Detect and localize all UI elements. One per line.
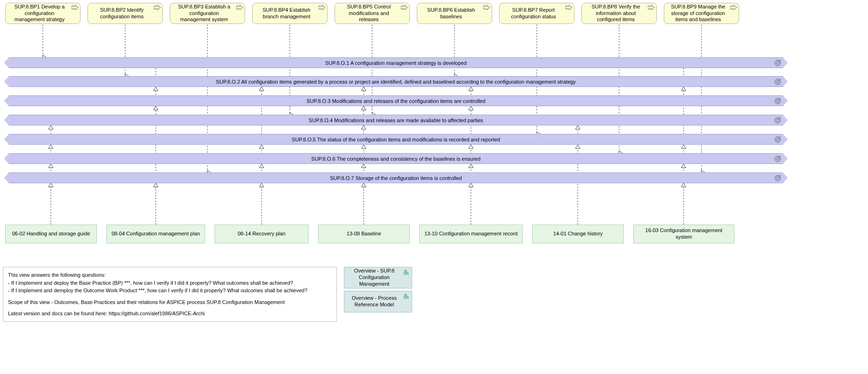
target-icon (774, 136, 781, 143)
arrow-right-icon (565, 5, 572, 10)
outcome-label: SUP.8.O.3 Modifications and releases of … (306, 98, 485, 104)
bp-label: SUP.8.BP7 Report configuration status (503, 7, 564, 20)
note-line: Scope of this view - Outcomes, Base Prac… (8, 298, 332, 306)
arrow-right-icon (72, 5, 78, 10)
wp-label: 08-04 Configuration management plan (111, 231, 200, 237)
target-icon (774, 117, 781, 124)
note-line: Latest version and docs can be found her… (8, 310, 332, 318)
outcome-bar-4[interactable]: SUP.8.O.4 Modifications and releases are… (4, 115, 788, 125)
arrow-right-icon (730, 5, 737, 10)
wp-box-4[interactable]: 13-08 Baseline (318, 225, 410, 243)
wp-box-2[interactable]: 08-04 Configuration management plan (106, 225, 205, 243)
overview-link-1[interactable]: Overview - SUP.8 Configuration Managemen… (344, 267, 412, 288)
bp-box-7[interactable]: SUP.8.BP7 Report configuration status (499, 3, 574, 24)
bp-box-9[interactable]: SUP.8.BP9 Manage the storage of configur… (664, 3, 739, 24)
target-icon (774, 59, 781, 67)
outcome-bar-1[interactable]: SUP.8.O.1 A configuration management str… (4, 57, 788, 68)
arrow-right-icon (154, 5, 160, 10)
wp-box-6[interactable]: 14-01 Change history (532, 225, 624, 243)
bp-box-1[interactable]: SUP.8.BP1 Develop a configuration manage… (5, 3, 80, 24)
bp-box-2[interactable]: SUP.8.BP2 Identify configuration items (88, 3, 163, 24)
target-icon (774, 97, 781, 105)
bp-label: SUP.8.BP3 Establish a configuration mana… (174, 4, 234, 23)
link-label: Overview - SUP.8 Configuration Managemen… (348, 268, 400, 287)
outcome-bar-3[interactable]: SUP.8.O.3 Modifications and releases of … (4, 95, 788, 106)
outcome-bar-5[interactable]: SUP.8.O.5 The status of the configuratio… (4, 134, 788, 145)
bp-box-6[interactable]: SUP.8.BP6 Establish baselines (417, 3, 492, 24)
bp-label: SUP.8.BP6 Establish baselines (421, 7, 481, 20)
wp-label: 08-14 Recovery plan (238, 231, 286, 237)
description-note: This view answers the following question… (3, 267, 337, 322)
wp-box-5[interactable]: 13-10 Configuration management record (419, 225, 523, 243)
target-icon (774, 155, 781, 163)
bp-box-8[interactable]: SUP.8.BP8 Verify the information about c… (581, 3, 657, 24)
arrow-right-icon (648, 5, 654, 10)
bp-label: SUP.8.BP8 Verify the information about c… (586, 4, 646, 23)
outcome-label: SUP.8.O.4 Modifications and releases are… (309, 117, 483, 123)
outcome-bar-7[interactable]: SUP.8.O.7 Storage of the configuration i… (4, 172, 788, 183)
target-icon (774, 174, 781, 182)
bp-label: SUP.8.BP9 Manage the storage of configur… (668, 4, 728, 23)
wp-box-7[interactable]: 16-03 Configuration management system (633, 225, 734, 243)
arrow-right-icon (401, 5, 407, 10)
outcome-label: SUP.8.O.7 Storage of the configuration i… (330, 175, 462, 181)
target-icon (774, 78, 781, 86)
wp-label: 06-02 Handling and storage guide (12, 231, 90, 237)
outcome-label: SUP.8.O.6 The completeness and consisten… (311, 156, 481, 162)
arrow-right-icon (236, 5, 243, 10)
bp-box-3[interactable]: SUP.8.BP3 Establish a configuration mana… (170, 3, 245, 24)
outcome-bar-2[interactable]: SUP.8.O.2 All configuration items genera… (4, 76, 788, 87)
bp-label: SUP.8.BP2 Identify configuration items (92, 7, 152, 20)
outcome-label: SUP.8.O.1 A configuration management str… (325, 60, 467, 66)
wp-label: 13-08 Baseline (347, 231, 381, 237)
network-icon (404, 270, 409, 275)
note-line: - If I implement and demploy the Outcome… (8, 287, 332, 295)
bp-box-4[interactable]: SUP.8.BP4 Establish branch management (252, 3, 327, 24)
outcome-label: SUP.8.O.2 All configuration items genera… (216, 79, 576, 85)
bp-box-5[interactable]: SUP.8.BP5 Control modifications and rele… (334, 3, 410, 24)
arrow-right-icon (319, 5, 325, 10)
outcome-label: SUP.8.O.5 The status of the configuratio… (292, 137, 500, 142)
note-line: - If I implement and deploy the Base Pra… (8, 279, 332, 287)
wp-label: 13-10 Configuration management record (424, 231, 518, 237)
bp-label: SUP.8.BP1 Develop a configuration manage… (9, 4, 70, 23)
link-label: Overview - Process Reference Model (348, 295, 400, 308)
overview-link-2[interactable]: Overview - Process Reference Model (344, 291, 412, 312)
wp-label: 14-01 Change history (553, 231, 603, 237)
arrow-right-icon (483, 5, 490, 10)
outcome-bar-6[interactable]: SUP.8.O.6 The completeness and consisten… (4, 153, 788, 164)
wp-box-3[interactable]: 08-14 Recovery plan (215, 225, 309, 243)
wp-box-1[interactable]: 06-02 Handling and storage guide (5, 225, 97, 243)
network-icon (404, 294, 409, 299)
note-line: This view answers the following question… (8, 271, 332, 279)
bp-label: SUP.8.BP5 Control modifications and rele… (339, 4, 399, 23)
bp-label: SUP.8.BP4 Establish branch management (256, 7, 317, 20)
wp-label: 16-03 Configuration management system (637, 227, 730, 241)
